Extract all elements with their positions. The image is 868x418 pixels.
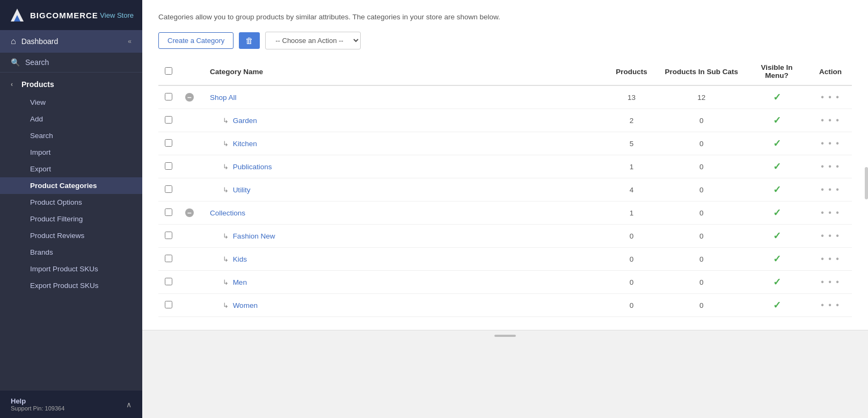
row-action-cell-0: • • • — [809, 85, 852, 109]
row-checkbox-cell-8 — [158, 271, 179, 294]
category-link-fashion-new[interactable]: Fashion New — [233, 232, 275, 240]
indent-arrow-icon: ↳ — [210, 186, 231, 194]
row-icon-cell-0: – — [179, 85, 203, 109]
sidebar-item-product-reviews[interactable]: Product Reviews — [0, 227, 142, 244]
sidebar-item-products[interactable]: ‹ Products — [0, 73, 142, 94]
row-name-cell-4: ↳ Utility — [203, 178, 604, 201]
row-products-8: 0 — [604, 271, 658, 294]
row-checkbox-0[interactable] — [165, 93, 172, 100]
search-icon: 🔍 — [11, 58, 20, 67]
action-menu-button-6[interactable]: • • • — [821, 231, 840, 240]
category-link-utility[interactable]: Utility — [233, 186, 251, 194]
category-link-publications[interactable]: Publications — [233, 163, 272, 171]
action-menu-button-2[interactable]: • • • — [821, 139, 840, 148]
create-category-button[interactable]: Create a Category — [158, 32, 234, 49]
products-label: Products — [21, 80, 54, 89]
category-link-kids[interactable]: Kids — [233, 255, 247, 263]
sidebar-item-import[interactable]: Import — [0, 144, 142, 161]
row-products-0: 13 — [604, 85, 658, 109]
home-icon: ⌂ — [11, 37, 16, 46]
category-link-kitchen[interactable]: Kitchen — [233, 140, 257, 148]
bottom-handle — [494, 335, 516, 337]
chevron-left-products-icon: ‹ — [11, 81, 13, 88]
row-visible-1: ✓ — [745, 109, 809, 132]
sidebar-item-export-skus[interactable]: Export Product SKUs — [0, 277, 142, 294]
action-menu-button-8[interactable]: • • • — [821, 277, 840, 286]
category-link-men[interactable]: Men — [233, 278, 247, 286]
help-label: Help — [11, 397, 64, 405]
visible-check-icon: ✓ — [773, 161, 781, 172]
row-checkbox-cell-6 — [158, 225, 179, 248]
sidebar-item-brands[interactable]: Brands — [0, 244, 142, 261]
sidebar-item-view[interactable]: View — [0, 94, 142, 111]
row-checkbox-9[interactable] — [165, 301, 172, 308]
visible-check-icon: ✓ — [773, 300, 781, 311]
indent-arrow-icon: ↳ — [210, 140, 231, 148]
row-icon-cell-6 — [179, 225, 203, 248]
category-link-collections[interactable]: Collections — [210, 209, 245, 217]
action-menu-button-7[interactable]: • • • — [821, 254, 840, 263]
row-action-cell-6: • • • — [809, 225, 852, 248]
col-action: Action — [809, 58, 852, 85]
sidebar-item-search[interactable]: Search — [0, 127, 142, 144]
bottom-bar — [142, 330, 868, 341]
search-label: Search — [25, 58, 49, 67]
row-visible-0: ✓ — [745, 85, 809, 109]
table-row: ↳ Kitchen50✓• • • — [158, 132, 852, 155]
help-section: Help Support Pin: 109364 ∧ — [0, 391, 142, 418]
row-icon-cell-1 — [179, 109, 203, 132]
table-row: ↳ Men00✓• • • — [158, 271, 852, 294]
sidebar-item-add[interactable]: Add — [0, 111, 142, 127]
row-sub-cats-6: 0 — [658, 225, 745, 248]
choose-action-select[interactable]: -- Choose an Action -- — [265, 32, 361, 49]
sidebar-item-import-skus[interactable]: Import Product SKUs — [0, 261, 142, 277]
row-icon-cell-5: – — [179, 201, 203, 225]
row-name-cell-6: ↳ Fashion New — [203, 225, 604, 248]
sidebar-item-product-options[interactable]: Product Options — [0, 194, 142, 211]
sidebar-item-product-filtering[interactable]: Product Filtering — [0, 211, 142, 227]
visible-check-icon: ✓ — [773, 207, 781, 218]
categories-table: Category Name Products Products In Sub C… — [158, 58, 852, 317]
select-all-checkbox[interactable] — [165, 67, 172, 75]
row-products-1: 2 — [604, 109, 658, 132]
delete-button[interactable]: 🗑 — [239, 32, 260, 49]
category-link-shop-all[interactable]: Shop All — [210, 93, 237, 102]
category-link-women[interactable]: Women — [233, 301, 258, 309]
action-menu-button-9[interactable]: • • • — [821, 300, 840, 309]
row-checkbox-4[interactable] — [165, 185, 172, 193]
row-checkbox-2[interactable] — [165, 139, 172, 147]
support-pin: Support Pin: 109364 — [11, 405, 64, 412]
sidebar-item-search[interactable]: 🔍 Search — [0, 53, 142, 73]
sidebar-item-dashboard[interactable]: ⌂ Dashboard « — [0, 30, 142, 53]
main: Categories allow you to group products b… — [142, 0, 868, 341]
row-checkbox-3[interactable] — [165, 162, 172, 170]
row-visible-4: ✓ — [745, 178, 809, 201]
row-visible-6: ✓ — [745, 225, 809, 248]
action-menu-button-4[interactable]: • • • — [821, 185, 840, 194]
row-checkbox-1[interactable] — [165, 116, 172, 124]
action-menu-button-0[interactable]: • • • — [821, 92, 840, 102]
action-menu-button-1[interactable]: • • • — [821, 116, 840, 125]
category-link-garden[interactable]: Garden — [233, 117, 257, 125]
col-products: Products — [604, 58, 658, 85]
row-checkbox-cell-9 — [158, 294, 179, 317]
row-checkbox-6[interactable] — [165, 232, 172, 239]
sidebar-item-product-categories[interactable]: Product Categories — [0, 177, 142, 194]
row-checkbox-7[interactable] — [165, 255, 172, 262]
indent-arrow-icon: ↳ — [210, 232, 231, 240]
table-row: ↳ Publications10✓• • • — [158, 155, 852, 178]
row-checkbox-cell-2 — [158, 132, 179, 155]
action-menu-button-3[interactable]: • • • — [821, 162, 840, 171]
row-icon-cell-4 — [179, 178, 203, 201]
sidebar-item-export[interactable]: Export — [0, 161, 142, 177]
action-menu-button-5[interactable]: • • • — [821, 208, 840, 217]
indent-arrow-icon: ↳ — [210, 117, 231, 125]
row-action-cell-4: • • • — [809, 178, 852, 201]
main-wrapper: Categories allow you to group products b… — [142, 0, 868, 418]
scrollbar[interactable] — [865, 167, 868, 199]
view-store-link[interactable]: View Store — [100, 11, 134, 19]
row-checkbox-8[interactable] — [165, 278, 172, 285]
indent-arrow-icon: ↳ — [210, 301, 231, 309]
row-checkbox-5[interactable] — [165, 208, 172, 216]
visible-check-icon: ✓ — [773, 184, 781, 195]
